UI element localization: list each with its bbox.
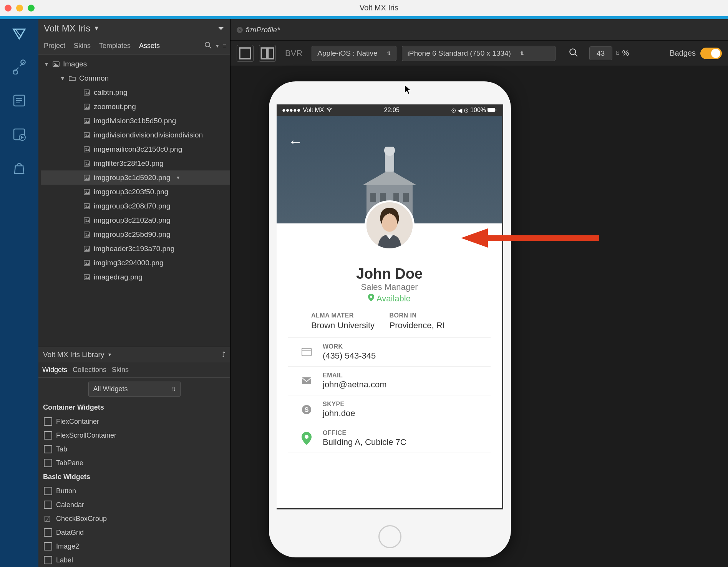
play-icon[interactable] [8, 124, 30, 145]
marketplace-icon[interactable] [8, 157, 30, 179]
lib-widget-item[interactable]: Label [38, 553, 230, 567]
lib-widget-item[interactable]: Tab [38, 442, 230, 456]
widget-label: Calendar [56, 501, 84, 509]
layout-split-button[interactable] [259, 45, 276, 62]
layout-single-button[interactable] [237, 45, 254, 62]
tools-icon[interactable] [8, 56, 30, 78]
zoom-search-icon[interactable] [569, 48, 579, 59]
tree-folder-images[interactable]: ▼ Images [41, 57, 230, 71]
doc-tab-frmprofile[interactable]: × frmProfile* [237, 26, 280, 34]
lib-widget-item[interactable]: Calendar [38, 498, 230, 512]
image-file-icon [83, 188, 91, 196]
phone-home-button[interactable] [378, 525, 401, 548]
tree-folder-common[interactable]: ▼ Common [41, 71, 230, 85]
zoom-value-input[interactable]: 43 [589, 46, 612, 60]
badges-toggle[interactable] [700, 48, 722, 59]
tab-project[interactable]: Project [42, 40, 67, 52]
tree-file[interactable]: imggroup3c203f50.png [41, 185, 230, 199]
contact-label: WORK [323, 343, 376, 350]
widget-filter-select[interactable]: All Widgets ⇅ [88, 382, 181, 397]
widget-label: Button [56, 487, 76, 495]
tree-file[interactable]: imgimg3c294000.png [41, 256, 230, 270]
contact-row[interactable]: EMAILjohn@aetna.com [288, 367, 491, 395]
chevron-down-icon[interactable]: ▼ [215, 43, 220, 49]
contact-row[interactable]: WORK(435) 543-345 [288, 338, 491, 367]
close-window-button[interactable] [5, 5, 12, 12]
lib-widget-item[interactable]: FlexScrollContainer [38, 428, 230, 442]
tree-file[interactable]: imggroup3c208d70.png [41, 199, 230, 213]
library-header[interactable]: Volt MX Iris Library ▼ ⤴ [38, 347, 230, 362]
widget-label: TabPane [56, 459, 83, 467]
tree-file[interactable]: imgheader3c193a70.png [41, 241, 230, 256]
ribbon-accent [0, 16, 728, 19]
contact-row[interactable]: OFFICEBuilding A, Cubicle 7C [288, 424, 491, 453]
device-select[interactable]: iPhone 6 Standard (750 x 1334) ⇅ [402, 46, 556, 61]
profile-status: Available [277, 294, 502, 304]
lib-tab-skins[interactable]: Skins [112, 366, 129, 374]
profile-role: Sales Manager [277, 282, 502, 292]
contact-icon: S [300, 403, 313, 417]
bvr-button[interactable]: BVR [281, 48, 306, 58]
svg-line-42 [575, 54, 577, 56]
svg-point-31 [86, 233, 87, 234]
doc-tab-label: frmProfile* [246, 26, 280, 34]
form-icon[interactable] [8, 90, 30, 111]
born-in-value: Providence, RI [390, 321, 468, 331]
asset-tree: ▼ Images ▼ Common calbtn.pngzoomout.pngi… [38, 55, 230, 347]
lib-tab-collections[interactable]: Collections [73, 366, 106, 374]
platform-select[interactable]: Apple-iOS : Native ⇅ [312, 46, 396, 61]
profile-avatar[interactable] [365, 200, 415, 250]
lib-widget-item[interactable]: FlexContainer [38, 415, 230, 428]
pin-icon[interactable]: ⤴ [222, 350, 226, 359]
file-label: imgdivisiondivisiondivisiondivision [94, 131, 203, 139]
tab-skins[interactable]: Skins [72, 40, 92, 52]
battery-icon [488, 107, 497, 114]
minimize-window-button[interactable] [16, 5, 23, 12]
contact-row[interactable]: SSKYPEjohn.doe [288, 395, 491, 424]
tree-file[interactable]: calbtn.png [41, 85, 230, 99]
file-label: imggroup3c1d5920.png [94, 174, 171, 182]
tree-file[interactable]: imggroup3c1d5920.png▼ [41, 170, 230, 185]
close-tab-icon[interactable]: × [237, 27, 243, 33]
lib-tab-widgets[interactable]: Widgets [42, 366, 67, 374]
lib-widget-item[interactable]: TabPane [38, 456, 230, 470]
maximize-window-button[interactable] [28, 5, 35, 12]
svg-rect-57 [302, 348, 311, 356]
svg-point-25 [86, 190, 87, 192]
lib-widget-item[interactable]: Image2 [38, 539, 230, 553]
lib-section-title: Basic Widgets [38, 470, 230, 484]
chevron-down-icon[interactable]: ▼ [176, 175, 181, 180]
image-file-icon [83, 217, 91, 224]
project-header[interactable]: Volt MX Iris ▼ ⏷ [38, 19, 230, 38]
tree-file[interactable]: zoomout.png [41, 99, 230, 114]
svg-rect-45 [496, 109, 496, 111]
tree-file[interactable]: imgemailicon3c2150c0.png [41, 142, 230, 156]
folder-label: Images [63, 60, 87, 68]
tree-file[interactable]: imggroup3c2102a0.png [41, 213, 230, 227]
image-file-icon [83, 273, 91, 281]
menu-icon[interactable]: ≡ [223, 43, 226, 50]
tree-file[interactable]: imgdivisiondivisiondivisiondivision [41, 128, 230, 142]
svg-point-56 [370, 296, 372, 298]
filter-icon[interactable]: ⏷ [218, 25, 225, 33]
tab-templates[interactable]: Templates [98, 40, 132, 52]
search-icon[interactable] [204, 41, 212, 51]
tree-file[interactable]: imgfilter3c28f1e0.png [41, 156, 230, 170]
tree-file[interactable]: imggroup3c25bd90.png [41, 227, 230, 241]
lib-widget-item[interactable]: Button [38, 484, 230, 498]
contact-value: Building A, Cubicle 7C [323, 437, 406, 447]
tree-file[interactable]: imagedrag.png [41, 270, 230, 284]
widget-label: CheckBoxGroup [56, 515, 107, 523]
tree-file[interactable]: imgdivision3c1b5d50.png [41, 114, 230, 128]
svg-point-19 [86, 148, 87, 149]
app-logo[interactable] [8, 22, 30, 44]
zoom-stepper-icon[interactable]: ⇅ [615, 51, 619, 56]
lib-widget-item[interactable]: DataGrid [38, 526, 230, 539]
file-label: imgheader3c193a70.png [94, 245, 174, 253]
contact-label: SKYPE [323, 401, 355, 408]
lib-widget-item[interactable]: ☑CheckBoxGroup [38, 512, 230, 526]
tab-assets[interactable]: Assets [138, 40, 161, 52]
widget-icon [44, 417, 52, 426]
back-arrow-button[interactable]: ← [288, 134, 303, 150]
file-label: imgdivision3c1b5d50.png [94, 117, 176, 125]
